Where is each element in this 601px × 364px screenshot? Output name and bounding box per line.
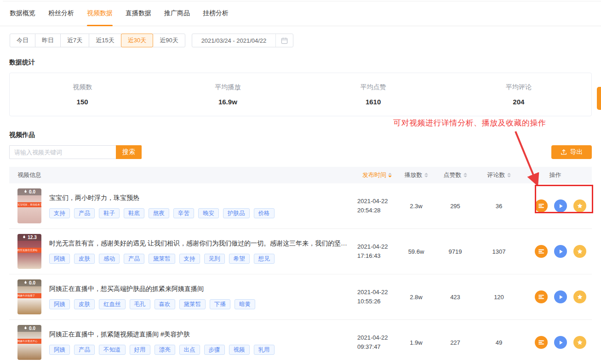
stat-label: 平均播放 xyxy=(155,83,300,91)
thumbnail-banner: 阿姨今天性情了 xyxy=(17,293,41,298)
video-tag: 辛苦 xyxy=(173,208,194,218)
favorite-button[interactable] xyxy=(573,245,586,258)
fire-icon xyxy=(23,280,28,286)
video-thumbnail: 12.3粉丝见面会北京站 xyxy=(17,234,41,269)
play-video-button[interactable] xyxy=(554,199,567,212)
stat-value: 204 xyxy=(446,98,591,106)
publish-clock: 17:16:43 xyxy=(357,251,400,261)
video-tag: 支持 xyxy=(49,208,70,218)
stat-value: 1610 xyxy=(301,98,446,106)
stats-section-title: 数据统计 xyxy=(9,58,601,67)
video-tag: 下播 xyxy=(210,299,230,309)
date-range-value[interactable]: 2021/03/24 - 2021/04/22 xyxy=(192,37,276,44)
tab-直播数据[interactable]: 直播数据 xyxy=(126,9,151,26)
favorite-button[interactable] xyxy=(573,199,586,212)
top-tabs: 数据概览粉丝分析视频数据直播数据推广商品挂榜分析 xyxy=(0,0,601,26)
heat-value: 12.3 xyxy=(28,235,36,240)
thumbnail-banner: 阿姨今天有点开心 xyxy=(17,339,41,344)
favorite-button[interactable] xyxy=(573,290,586,303)
detail-analysis-button[interactable] xyxy=(535,290,548,303)
range-button-近15天[interactable]: 近15天 xyxy=(89,34,121,47)
actions-cell xyxy=(520,290,591,303)
export-button[interactable]: 导出 xyxy=(551,145,592,159)
header-plays-sort[interactable]: 播放数 xyxy=(400,171,432,179)
detail-analysis-button[interactable] xyxy=(535,199,548,212)
range-button-近30天[interactable]: 近30天 xyxy=(121,34,153,47)
actions-cell xyxy=(520,245,591,258)
publish-time-cell: 2021-04-2220:54:28 xyxy=(354,197,400,215)
search-button[interactable]: 搜索 xyxy=(116,145,142,159)
video-tag: 产品 xyxy=(74,345,95,355)
plays-cell: 1.9w xyxy=(400,339,432,346)
side-panel-tab[interactable] xyxy=(597,87,601,110)
detail-analysis-button[interactable] xyxy=(535,336,548,349)
video-title: 宝宝们，两小时浮力，珠宝预热 xyxy=(49,194,349,202)
publish-date: 2021-04-22 xyxy=(357,288,400,297)
video-tag: 阿姨 xyxy=(49,345,70,355)
plays-cell: 59.6w xyxy=(400,248,432,255)
publish-time-cell: 2021-04-2217:16:43 xyxy=(354,242,400,261)
fire-icon xyxy=(23,189,28,195)
video-thumbnail: 0.0阿姨今天性情了 xyxy=(17,279,41,314)
calendar-icon[interactable] xyxy=(275,34,293,47)
tab-挂榜分析[interactable]: 挂榜分析 xyxy=(203,9,229,26)
publish-date: 2021-04-22 xyxy=(357,333,400,342)
video-tag: 产品 xyxy=(124,254,144,264)
play-video-button[interactable] xyxy=(554,290,567,303)
video-info-cell: 0.0阿姨今天性情了阿姨正在直播中，想买高端护肤品的抓紧来阿姨直播间阿姨皮肤红血… xyxy=(17,279,354,314)
actions-cell xyxy=(520,336,591,349)
tab-推广商品[interactable]: 推广商品 xyxy=(164,9,190,26)
header-video-info: 视频信息 xyxy=(17,171,354,179)
video-tag: 希望 xyxy=(229,254,250,264)
play-video-button[interactable] xyxy=(554,336,567,349)
video-tag: 漂亮 xyxy=(155,345,175,355)
plays-cell: 2.3w xyxy=(400,203,432,210)
video-tag: 价格 xyxy=(254,208,275,218)
thumbnail-banner: 粉丝见面会北京站 xyxy=(17,248,41,253)
date-range-picker[interactable]: 2021/03/24 - 2021/04/22 xyxy=(192,34,294,47)
sort-icon-comments[interactable] xyxy=(507,173,511,177)
sort-icon-plays[interactable] xyxy=(424,173,428,177)
fire-icon xyxy=(22,234,26,240)
favorite-button[interactable] xyxy=(573,336,586,349)
likes-cell: 227 xyxy=(432,339,478,346)
tab-数据概览[interactable]: 数据概览 xyxy=(10,9,35,26)
range-button-今日[interactable]: 今日 xyxy=(10,34,35,47)
video-table-header: 视频信息 发布时间 播放数 点赞数 评论数 操作 xyxy=(9,167,592,183)
stat-label: 视频数 xyxy=(10,83,155,91)
video-tag: 阿姨 xyxy=(49,299,70,309)
tab-视频数据[interactable]: 视频数据 xyxy=(87,9,113,26)
sort-icon-likes[interactable] xyxy=(464,173,467,177)
header-likes-sort[interactable]: 点赞数 xyxy=(432,171,478,179)
comments-cell: 49 xyxy=(478,339,520,346)
video-tag: 步骤 xyxy=(204,345,225,355)
video-tag: 暗黄 xyxy=(235,299,255,309)
video-tags: 阿姨皮肤红血丝毛孔喜欢黛莱皙下播暗黄 xyxy=(49,299,349,309)
annotation-text: 可对视频进行详情分析、播放及收藏的操作 xyxy=(393,118,546,128)
video-tag: 熬夜 xyxy=(149,208,169,218)
video-info-cell: 0.0阿姨今天有点开心阿姨正在直播中，抓紧随视频进直播间 #美容护肤阿姨产品不知… xyxy=(17,325,354,360)
table-row: 12.3粉丝见面会北京站时光无言胜有言，感谢美好的遇见 让我们相识，感谢你们为我… xyxy=(9,229,592,274)
detail-analysis-button[interactable] xyxy=(535,245,548,258)
publish-clock: 20:54:28 xyxy=(357,206,400,215)
quick-range-group: 今日昨日近7天近15天近30天近90天 xyxy=(10,34,185,47)
header-publish-time-sort[interactable]: 发布时间 xyxy=(354,171,400,179)
video-tag: 好用 xyxy=(130,345,150,355)
tab-粉丝分析[interactable]: 粉丝分析 xyxy=(48,9,74,26)
table-row: 0.0阿姨今天性情了阿姨正在直播中，想买高端护肤品的抓紧来阿姨直播间阿姨皮肤红血… xyxy=(9,274,592,320)
range-button-近7天[interactable]: 近7天 xyxy=(60,34,89,47)
video-main: 宝宝们，两小时浮力，珠宝预热支持产品鞋子鞋底熬夜辛苦晚安护肤品价格 xyxy=(49,194,349,218)
video-title: 阿姨正在直播中，想买高端护肤品的抓紧来阿姨直播间 xyxy=(49,285,349,293)
video-title: 时光无言胜有言，感谢美好的遇见 让我们相识，感谢你们为我们做过的一切。感谢这三年… xyxy=(49,239,349,248)
header-comments-sort[interactable]: 评论数 xyxy=(478,171,520,179)
export-icon xyxy=(561,149,567,155)
video-tag: 阿姨 xyxy=(49,254,70,264)
range-button-昨日[interactable]: 昨日 xyxy=(35,34,61,47)
range-button-近90天[interactable]: 近90天 xyxy=(153,34,185,47)
publish-clock: 09:37:47 xyxy=(357,342,400,352)
table-row: 0.0阿姨今天有点开心阿姨正在直播中，抓紧随视频进直播间 #美容护肤阿姨产品不知… xyxy=(9,320,592,364)
video-tag: 黛莱皙 xyxy=(179,299,206,309)
sort-icon-publish-time[interactable] xyxy=(388,173,392,177)
search-input[interactable] xyxy=(9,145,116,159)
play-video-button[interactable] xyxy=(554,245,567,258)
